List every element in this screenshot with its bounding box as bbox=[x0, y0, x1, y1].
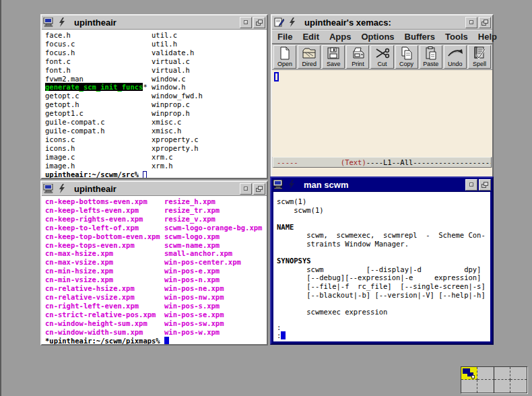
pager-cell[interactable] bbox=[510, 367, 527, 380]
modeline-status: ----L1--All------------------------ bbox=[366, 158, 492, 166]
menu-item-help[interactable]: Help bbox=[478, 32, 497, 42]
pager-cell[interactable] bbox=[494, 367, 510, 380]
file-row: cn-relative-vsize.xpm win-pos-nw.xpm bbox=[45, 293, 267, 302]
file-row: cn-keep-tops-even.xpm scwm-name.xpm bbox=[45, 241, 267, 250]
file-row: cn-window-height-sum.xpm win-pos-sw.xpm bbox=[45, 319, 267, 328]
window-title: upintheair's xemacs: bbox=[304, 18, 465, 28]
file-row: cn-min-hsize.xpm win-pos-e.xpm bbox=[45, 267, 267, 275]
man-line bbox=[277, 214, 490, 223]
man-line: scwm(1) bbox=[277, 206, 490, 215]
terminal-output-src[interactable]: face.h util.cfocus.c util.hfocus.h valid… bbox=[42, 30, 267, 178]
titlebar-terminal-src[interactable]: upintheair bbox=[42, 15, 267, 30]
menu-item-tools[interactable]: Tools bbox=[445, 32, 468, 42]
titlebar-terminal-pixmaps[interactable]: upintheair bbox=[42, 182, 267, 196]
file-row: cn-keep-rights-even.xpm resize_v.xpm bbox=[45, 215, 267, 224]
file-row: focus.c util.h bbox=[45, 40, 267, 48]
man-line: SYNOPSYS bbox=[277, 257, 490, 265]
file-row: cn-keep-top-bottom-even.xpm scwm-logo.xp… bbox=[45, 232, 267, 241]
toolbar-button-label: Open bbox=[277, 61, 292, 67]
menu-item-file[interactable]: File bbox=[277, 32, 292, 42]
toolbar-button-dired[interactable]: Dired bbox=[298, 45, 321, 69]
lightning-icon[interactable] bbox=[285, 178, 298, 191]
save-floppy-icon bbox=[327, 46, 339, 61]
man-page-content[interactable]: scwm(1) scwm(1) NAME scwm, scwmexec, scw… bbox=[273, 192, 490, 341]
pager-cell[interactable] bbox=[494, 380, 510, 393]
cut-scissors-icon bbox=[374, 46, 390, 61]
toolbar-button-paste[interactable]: Paste bbox=[420, 45, 442, 69]
terminal-cursor bbox=[164, 337, 169, 345]
maximize-button[interactable] bbox=[465, 179, 477, 191]
menu-item-apps[interactable]: Apps bbox=[329, 32, 352, 42]
man-line: scwm, scwmexec, scwmrepl - Scheme Con- bbox=[277, 231, 490, 240]
computer-icon[interactable] bbox=[42, 16, 55, 29]
file-row: guile-compat.c xmisc.c bbox=[45, 118, 267, 127]
pager-mini-window bbox=[471, 375, 475, 378]
titlebar-man-scwm[interactable]: man scwm bbox=[271, 178, 492, 192]
lightning-icon[interactable] bbox=[55, 16, 69, 29]
dired-folder-icon bbox=[302, 46, 317, 61]
toolbar-button-save[interactable]: Save bbox=[322, 45, 345, 69]
terminal-cursor bbox=[143, 171, 147, 178]
window-terminal-pixmaps: upintheair cn-keep-bottoms-even.xpm resi… bbox=[40, 180, 268, 345]
file-row: cn-max-hsize.xpm small-anchor.xpm bbox=[45, 249, 267, 258]
man-cursor bbox=[281, 331, 286, 339]
man-line: [--file|-f rc_file] [--single-screen|-s] bbox=[277, 282, 490, 291]
menu-item-edit[interactable]: Edit bbox=[302, 32, 319, 42]
file-row: guile-compat.h xmisc.h bbox=[45, 127, 267, 135]
shade-button[interactable] bbox=[253, 17, 265, 28]
toolbar-button-undo[interactable]: Undo bbox=[444, 45, 467, 69]
xemacs-cursor bbox=[274, 72, 279, 81]
toolbar-button-label: Dired bbox=[302, 61, 317, 67]
pager-cell-active[interactable] bbox=[461, 367, 477, 380]
file-row: getopt.h winprop.c bbox=[45, 100, 267, 109]
shade-button[interactable] bbox=[253, 183, 265, 195]
pager-cell[interactable] bbox=[461, 380, 477, 393]
xemacs-document-pen-icon[interactable] bbox=[272, 16, 286, 29]
maximize-button[interactable] bbox=[240, 183, 252, 195]
file-row: face.h util.c bbox=[45, 31, 267, 40]
file-row: cn-strict-relative-pos.xpm win-pos-se.xp… bbox=[45, 310, 267, 319]
xemacs-modeline[interactable]: ----- (Text)----L1--All-----------------… bbox=[273, 157, 492, 168]
toolbar-button-label: Paste bbox=[423, 61, 438, 67]
file-row: focus.h validate.h bbox=[45, 48, 267, 57]
menu-item-buffers[interactable]: Buffers bbox=[405, 32, 436, 42]
maximize-button[interactable] bbox=[240, 17, 252, 28]
pager-prompt: :: bbox=[277, 323, 490, 340]
file-row: cn-relative-hsize.xpm win-pos-ne.xpm bbox=[45, 284, 267, 293]
toolbar-button-cut[interactable]: Cut bbox=[370, 45, 393, 69]
man-line: NAME bbox=[277, 223, 490, 232]
toolbar-button-print[interactable]: Print bbox=[346, 45, 369, 69]
lightning-icon[interactable] bbox=[286, 16, 299, 29]
window-title: man scwm bbox=[304, 180, 465, 190]
window-title: upintheair bbox=[74, 184, 240, 194]
shade-button[interactable] bbox=[479, 17, 491, 28]
file-row: font.h virtual.h bbox=[45, 66, 267, 75]
toolbar-button-copy[interactable]: Copy bbox=[395, 45, 418, 69]
xemacs-buffer-area[interactable] bbox=[272, 70, 492, 157]
pager-cell[interactable] bbox=[510, 380, 527, 393]
file-row: image.c xrm.c bbox=[45, 153, 267, 162]
file-row: getopt.c window_fwd.h bbox=[45, 92, 267, 100]
maximize-button[interactable] bbox=[465, 17, 477, 28]
window-terminal-src: upintheair face.h util.cfocus.c util.hfo… bbox=[40, 14, 268, 179]
computer-icon[interactable] bbox=[271, 178, 285, 191]
file-row: image.h xrm.h bbox=[45, 162, 267, 170]
menu-item-options[interactable]: Options bbox=[361, 32, 394, 42]
shade-button[interactable] bbox=[479, 179, 491, 191]
file-row: icons.c xproperty.c bbox=[45, 135, 267, 144]
desktop-pager bbox=[461, 366, 527, 393]
lightning-icon[interactable] bbox=[55, 183, 69, 195]
modeline-mode: (Text) bbox=[341, 158, 366, 166]
pager-cell[interactable] bbox=[477, 380, 494, 393]
titlebar-xemacs[interactable]: upintheair's xemacs: bbox=[272, 15, 492, 30]
toolbar-button-spell[interactable]: Spell bbox=[468, 45, 491, 69]
pager-cell[interactable] bbox=[477, 367, 494, 380]
toolbar-button-open[interactable]: Open bbox=[273, 45, 296, 69]
spell-book-icon bbox=[473, 46, 486, 61]
xemacs-menubar: FileEditAppsOptionsBuffersToolsHelp bbox=[272, 30, 492, 44]
file-row: icons.h xproperty.h bbox=[45, 144, 267, 153]
computer-icon[interactable] bbox=[42, 183, 55, 195]
terminal-output-pixmaps[interactable]: cn-keep-bottoms-even.xpm resize_h.xpmcn-… bbox=[42, 196, 267, 344]
undo-arrow-icon bbox=[447, 46, 463, 61]
screen-edge bbox=[0, 0, 1, 396]
